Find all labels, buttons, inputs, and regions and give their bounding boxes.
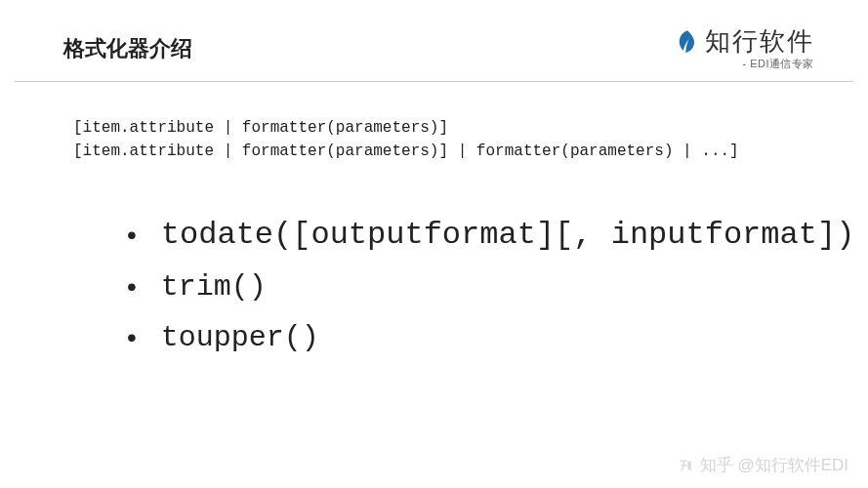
formatter-toupper: toupper() (161, 321, 319, 354)
code-syntax-block: [item.attribute | formatter(parameters)]… (0, 82, 868, 163)
formatter-list: • todate([outputformat][, inputformat]) … (0, 163, 868, 354)
logo-text: 知行软件 (705, 24, 814, 59)
slide-header: 格式化器介绍 知行软件 - EDI通信专家 (15, 0, 853, 82)
logo-subtitle: - EDI通信专家 (674, 57, 814, 71)
code-line-2: [item.attribute | formatter(parameters)]… (73, 140, 868, 163)
list-item: • todate([outputformat][, inputformat]) (127, 217, 868, 253)
watermark-handle: @知行软件EDI (737, 454, 848, 476)
formatter-trim: trim() (161, 270, 267, 304)
code-line-1: [item.attribute | formatter(parameters)] (73, 116, 868, 140)
zhihu-icon (677, 457, 694, 474)
bullet-icon: • (127, 324, 137, 351)
list-item: • trim() (127, 270, 868, 304)
bullet-icon: • (127, 273, 137, 301)
company-logo-block: 知行软件 - EDI通信专家 (674, 24, 814, 71)
formatter-todate: todate([outputformat][, inputformat]) (161, 217, 855, 253)
leaf-icon (674, 28, 701, 56)
list-item: • toupper() (127, 321, 868, 354)
watermark-brand: 知乎 (700, 454, 733, 476)
bullet-icon: • (127, 222, 137, 249)
zhihu-watermark: 知乎 @知行软件EDI (677, 454, 848, 476)
logo-row: 知行软件 (674, 24, 814, 59)
slide-title: 格式化器介绍 (63, 24, 192, 63)
